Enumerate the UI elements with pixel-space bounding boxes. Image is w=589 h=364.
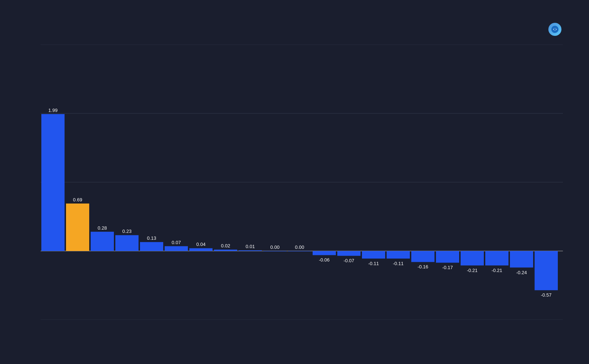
svg-text:0.07: 0.07 [172,239,181,245]
svg-text:0.00: 0.00 [270,244,279,250]
svg-rect-39 [263,251,287,251]
svg-text:-0.07: -0.07 [343,258,354,263]
svg-text:0.13: 0.13 [147,235,156,241]
svg-text:1.99: 1.99 [48,107,57,113]
svg-rect-27 [165,246,188,251]
svg-rect-60 [436,251,459,263]
svg-text:0.02: 0.02 [221,243,230,248]
svg-rect-54 [387,251,410,259]
svg-rect-18 [91,231,114,251]
chart-container: 3.002.001.000.00-1.001.99NGN0.69XAU0.28T… [12,16,577,349]
svg-rect-12 [41,114,65,251]
svg-text:0.28: 0.28 [98,225,107,230]
svg-rect-45 [313,251,336,255]
chart-area: 3.002.001.000.00-1.001.99NGN0.69XAU0.28T… [41,45,563,320]
svg-rect-42 [288,251,311,251]
logo [547,23,563,36]
svg-text:-0.24: -0.24 [516,269,527,275]
svg-rect-30 [189,248,213,251]
svg-text:0.69: 0.69 [73,197,82,202]
svg-rect-15 [66,203,89,251]
svg-text:0.04: 0.04 [196,242,205,247]
svg-text:-0.21: -0.21 [467,267,478,273]
svg-text:-0.06: -0.06 [319,257,330,263]
svg-text:0.01: 0.01 [246,244,255,249]
logo-icon [548,23,561,36]
svg-rect-66 [485,251,508,265]
svg-rect-48 [337,251,361,256]
svg-text:-0.11: -0.11 [393,260,404,266]
chart-svg: 3.002.001.000.00-1.001.99NGN0.69XAU0.28T… [41,45,563,320]
svg-text:-0.57: -0.57 [541,292,552,298]
svg-rect-63 [461,251,484,265]
svg-text:-0.21: -0.21 [491,267,502,273]
svg-rect-21 [115,235,139,251]
svg-text:-0.17: -0.17 [442,265,453,270]
svg-rect-36 [239,250,262,251]
svg-rect-72 [535,251,558,290]
svg-text:-0.11: -0.11 [368,260,379,266]
svg-point-1 [554,28,556,30]
svg-rect-57 [411,251,434,262]
svg-rect-24 [140,242,163,251]
svg-rect-33 [214,250,237,251]
svg-text:0.23: 0.23 [122,229,131,234]
svg-text:0.00: 0.00 [295,244,304,250]
svg-rect-51 [362,251,385,259]
svg-rect-69 [510,251,533,268]
svg-text:-0.16: -0.16 [417,264,428,269]
